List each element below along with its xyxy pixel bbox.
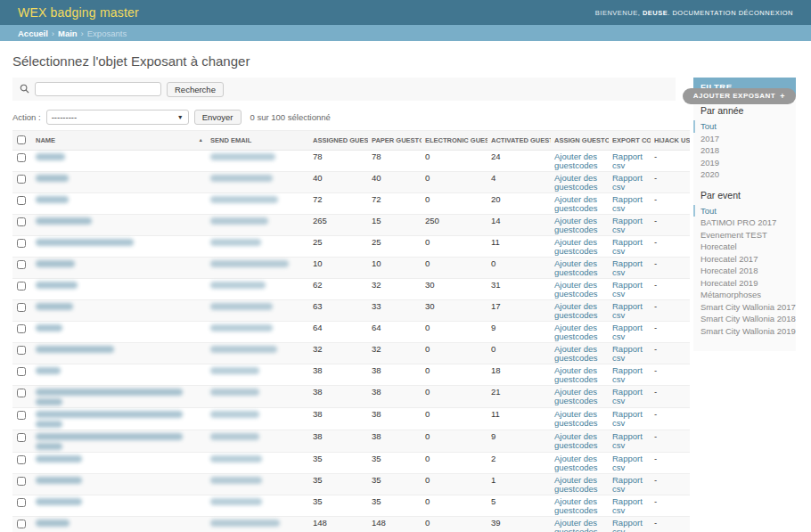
export-csv-link[interactable]: Rapport csv (612, 387, 643, 405)
filter-option[interactable]: 2019 (693, 157, 796, 169)
assign-guestcode-link[interactable]: Ajouter des guestcodes (554, 216, 598, 234)
assign-guestcode-link[interactable]: Ajouter des guestcodes (554, 431, 598, 450)
export-csv-link[interactable]: Rapport csv (612, 323, 643, 341)
row-checkbox[interactable] (17, 411, 26, 420)
exposant-name-redacted[interactable] (36, 411, 183, 418)
site-title[interactable]: WEX badging master (18, 5, 139, 20)
exposant-name-redacted[interactable] (36, 498, 82, 505)
select-all-checkbox[interactable] (17, 135, 26, 144)
exposant-name-redacted[interactable] (36, 175, 69, 182)
export-csv-link[interactable]: Rapport csv (612, 301, 643, 320)
export-csv-link[interactable]: Rapport csv (612, 365, 643, 384)
export-csv-link[interactable]: Rapport csv (612, 431, 643, 450)
search-button[interactable]: Recherche (167, 82, 224, 97)
documentation-link[interactable]: DOCUMENTATION (672, 9, 736, 17)
assign-guestcode-link[interactable]: Ajouter des guestcodes (554, 518, 598, 532)
row-checkbox[interactable] (17, 324, 26, 333)
action-select[interactable]: --------- ▼ (46, 110, 189, 125)
exposant-name-redacted[interactable] (36, 455, 82, 462)
assign-guestcode-link[interactable]: Ajouter des guestcodes (554, 237, 598, 256)
action-submit-button[interactable]: Envoyer (194, 110, 242, 125)
assign-guestcode-link[interactable]: Ajouter des guestcodes (554, 387, 598, 405)
row-checkbox[interactable] (17, 433, 26, 442)
assign-guestcode-link[interactable]: Ajouter des guestcodes (554, 323, 598, 341)
breadcrumb-home[interactable]: Accueil (18, 29, 48, 38)
filter-option[interactable]: Smart City Wallonia 2019 (693, 325, 796, 338)
export-csv-link[interactable]: Rapport csv (612, 475, 643, 494)
exposant-name-redacted[interactable] (36, 443, 62, 450)
row-checkbox[interactable] (17, 303, 26, 312)
export-csv-link[interactable]: Rapport csv (612, 216, 643, 234)
export-csv-link[interactable]: Rapport csv (612, 409, 643, 428)
export-csv-link[interactable]: Rapport csv (612, 258, 643, 277)
add-exposant-button[interactable]: AJOUTER EXPOSANT + (683, 88, 796, 104)
filter-option[interactable]: Tout (693, 120, 796, 133)
export-csv-link[interactable]: Rapport csv (612, 237, 643, 256)
exposant-name-redacted[interactable] (36, 477, 82, 484)
assign-guestcode-link[interactable]: Ajouter des guestcodes (554, 151, 598, 170)
row-checkbox[interactable] (17, 498, 26, 507)
exposant-name-redacted[interactable] (36, 217, 92, 225)
exposant-name-redacted[interactable] (36, 346, 114, 353)
export-csv-link[interactable]: Rapport csv (612, 194, 643, 213)
filter-option[interactable]: 2020 (693, 168, 796, 181)
row-checkbox[interactable] (17, 282, 26, 291)
row-checkbox[interactable] (17, 455, 26, 464)
exposant-name-redacted[interactable] (36, 239, 134, 246)
export-csv-link[interactable]: Rapport csv (612, 518, 643, 532)
assign-guestcode-link[interactable]: Ajouter des guestcodes (554, 409, 598, 428)
export-csv-link[interactable]: Rapport csv (612, 173, 643, 192)
row-checkbox[interactable] (17, 367, 26, 376)
assign-guestcode-link[interactable]: Ajouter des guestcodes (554, 280, 598, 299)
export-csv-link[interactable]: Rapport csv (612, 151, 643, 170)
assign-guestcode-link[interactable]: Ajouter des guestcodes (554, 454, 598, 472)
sort-ascending-icon[interactable]: ▲ (199, 137, 203, 143)
assign-guestcode-link[interactable]: Ajouter des guestcodes (554, 258, 598, 277)
filter-option[interactable]: Horecatel 2017 (693, 253, 796, 266)
row-checkbox[interactable] (17, 217, 26, 226)
filter-option[interactable]: BATIMOI PRO 2017 (693, 217, 796, 229)
breadcrumb-main[interactable]: Main (58, 29, 78, 38)
exposant-name-redacted[interactable] (36, 433, 183, 440)
export-csv-link[interactable]: Rapport csv (612, 454, 643, 472)
row-checkbox[interactable] (17, 520, 26, 528)
exposant-name-redacted[interactable] (36, 153, 65, 160)
exposant-name-redacted[interactable] (36, 367, 61, 374)
exposant-name-redacted[interactable] (36, 520, 70, 527)
exposant-name-redacted[interactable] (36, 282, 78, 289)
assign-guestcode-link[interactable]: Ajouter des guestcodes (554, 496, 598, 515)
filter-option[interactable]: Tout (693, 205, 796, 217)
row-checkbox[interactable] (17, 346, 26, 355)
filter-option[interactable]: Horecatel 2018 (693, 265, 796, 277)
export-csv-link[interactable]: Rapport csv (612, 344, 643, 363)
row-checkbox[interactable] (17, 260, 26, 269)
filter-option[interactable]: Horecatel 2019 (693, 277, 796, 290)
exposant-name-redacted[interactable] (36, 196, 69, 203)
row-checkbox[interactable] (17, 196, 26, 205)
exposant-name-redacted[interactable] (36, 303, 73, 310)
exposant-name-redacted[interactable] (36, 398, 62, 405)
assign-guestcode-link[interactable]: Ajouter des guestcodes (554, 173, 598, 192)
export-csv-link[interactable]: Rapport csv (612, 280, 643, 299)
filter-option[interactable]: Horecatel (693, 241, 796, 253)
assign-guestcode-link[interactable]: Ajouter des guestcodes (554, 301, 598, 320)
filter-option[interactable]: Métamorphoses (693, 289, 796, 301)
exposant-name-redacted[interactable] (36, 421, 62, 428)
column-header-name[interactable]: NAME ▲ (32, 131, 207, 151)
filter-option[interactable]: 2018 (693, 144, 796, 157)
logout-link[interactable]: DÉCONNEXION (739, 9, 793, 17)
filter-option[interactable]: Smart City Wallonia 2017 (693, 301, 796, 314)
row-checkbox[interactable] (17, 239, 26, 248)
assign-guestcode-link[interactable]: Ajouter des guestcodes (554, 475, 598, 494)
row-checkbox[interactable] (17, 175, 26, 184)
row-checkbox[interactable] (17, 389, 26, 397)
search-input[interactable] (35, 82, 161, 96)
exposant-name-redacted[interactable] (36, 260, 75, 267)
assign-guestcode-link[interactable]: Ajouter des guestcodes (554, 344, 598, 363)
filter-option[interactable]: 2017 (693, 133, 796, 145)
exposant-name-redacted[interactable] (36, 324, 62, 331)
row-checkbox[interactable] (17, 477, 26, 486)
exposant-name-redacted[interactable] (36, 389, 183, 396)
row-checkbox[interactable] (17, 153, 26, 162)
filter-option[interactable]: Evenement TEST (693, 229, 796, 241)
